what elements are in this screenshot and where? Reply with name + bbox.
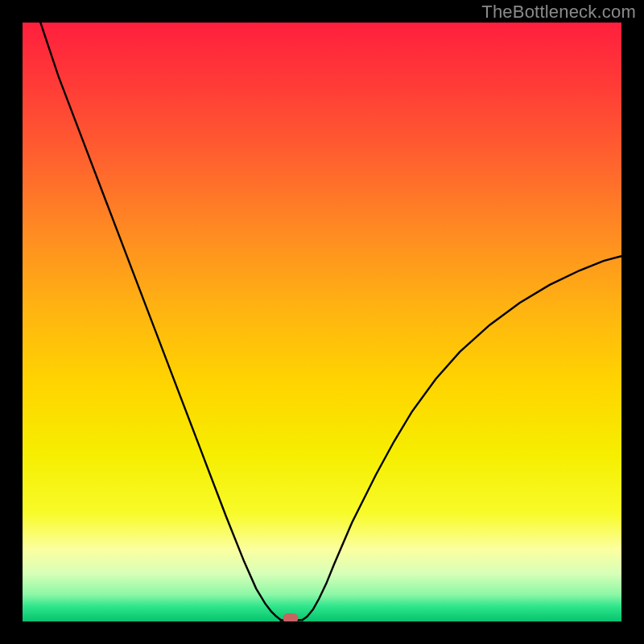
chart-svg [23,23,621,621]
chart-background [23,23,621,621]
bottleneck-marker [283,613,299,621]
chart-frame: TheBottleneck.com [0,0,644,644]
watermark-text: TheBottleneck.com [481,2,636,23]
chart-plot-area [23,23,621,621]
